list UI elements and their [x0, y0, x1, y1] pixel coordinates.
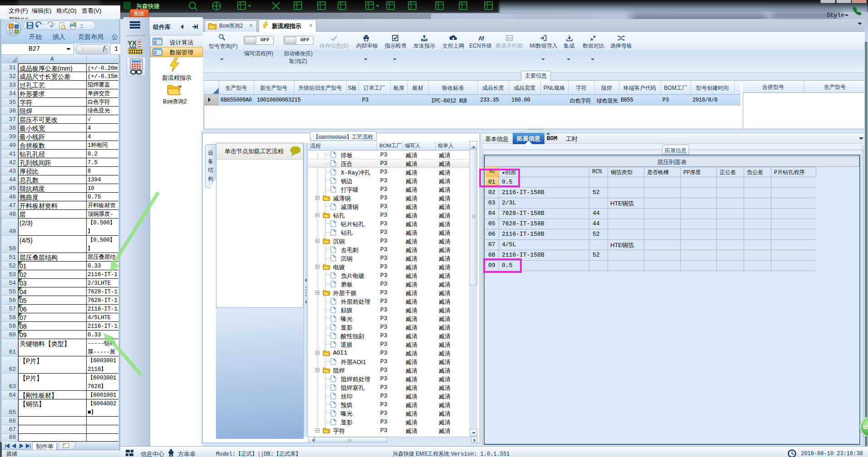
svg-text:A: A	[478, 35, 483, 42]
svg-text:YX: YX	[128, 39, 137, 47]
